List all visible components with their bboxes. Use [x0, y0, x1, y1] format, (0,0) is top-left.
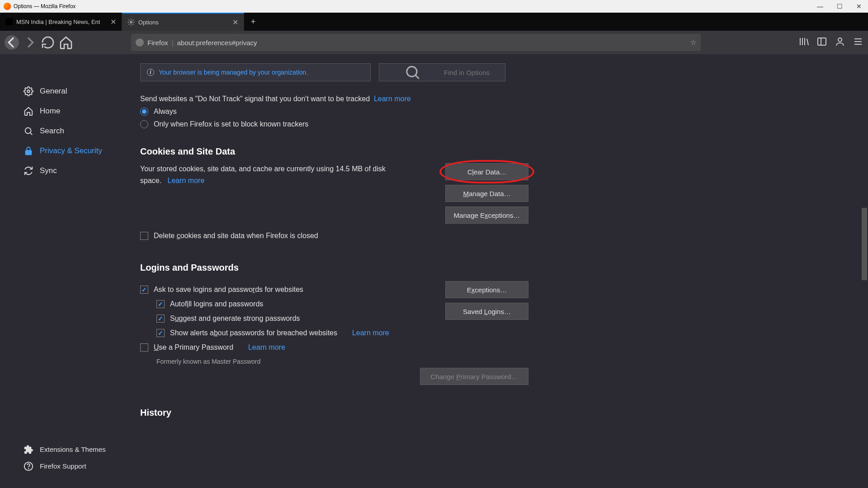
tab-msn[interactable]: MSN India | Breaking News, Ent ✕ [0, 13, 122, 31]
lock-icon [24, 146, 33, 156]
sidebar-label: Extensions & Themes [40, 446, 106, 453]
checkbox-label: Suggest and generate strong passwords [170, 314, 300, 323]
minimize-button[interactable]: — [814, 3, 826, 10]
checkbox-icon [140, 343, 148, 352]
checkbox-label: Use a Primary Password [154, 343, 233, 352]
dnt-description: Send websites a "Do Not Track" signal th… [140, 95, 850, 103]
home-icon [24, 106, 33, 116]
scrollbar-track[interactable] [861, 108, 868, 488]
primary-learn-more-link[interactable]: Learn more [248, 343, 285, 352]
close-tab-icon[interactable]: ✕ [232, 18, 238, 27]
manage-data-button[interactable]: Manage Data… [445, 185, 528, 202]
bookmark-star-icon[interactable]: ☆ [690, 38, 696, 47]
home-button[interactable] [59, 35, 73, 50]
sidebar-item-privacy[interactable]: Privacy & Security [0, 141, 136, 161]
sidebar-label: Privacy & Security [40, 146, 102, 155]
breach-alerts-checkbox[interactable]: Show alerts about passwords for breached… [156, 329, 416, 337]
sidebar-item-sync[interactable]: Sync [0, 161, 136, 181]
reload-button[interactable] [41, 35, 55, 50]
delete-on-close-checkbox[interactable]: Delete cookies and site data when Firefo… [140, 232, 850, 240]
radio-label: Always [154, 108, 177, 116]
url-bar[interactable]: Firefox | about:preferences#privacy ☆ [131, 34, 701, 51]
svg-line-13 [416, 75, 419, 79]
breach-learn-more-link[interactable]: Learn more [352, 329, 389, 337]
checkbox-icon [140, 286, 148, 294]
managed-notice[interactable]: i Your browser is being managed by your … [140, 63, 371, 81]
autofill-checkbox[interactable]: Autofill logins and passwords [156, 300, 416, 308]
cookies-description: Your stored cookies, site data, and cach… [140, 163, 407, 186]
sidebar-item-extensions[interactable]: Extensions & Themes [0, 441, 136, 458]
dnt-learn-more-link[interactable]: Learn more [374, 95, 411, 103]
radio-icon [140, 108, 148, 116]
close-tab-icon[interactable]: ✕ [110, 18, 116, 26]
window-titlebar: Options — Mozilla Firefox — ☐ ✕ [0, 0, 868, 13]
find-in-options[interactable] [379, 63, 505, 81]
sidebar-item-general[interactable]: General [0, 81, 136, 101]
checkbox-label: Ask to save logins and passwords for web… [154, 286, 303, 294]
logins-exceptions-button[interactable]: Exceptions… [445, 281, 528, 298]
history-section-title: History [140, 408, 850, 418]
svg-point-11 [28, 468, 29, 469]
saved-logins-button[interactable]: Saved Logins… [445, 303, 528, 320]
menu-icon[interactable] [853, 36, 863, 49]
gear-icon [24, 86, 33, 96]
primary-password-checkbox[interactable]: Use a Primary Password Learn more [140, 343, 416, 352]
back-button[interactable] [5, 35, 19, 50]
url-text: about:preferences#privacy [177, 39, 257, 47]
tab-options[interactable]: Options ✕ [122, 13, 244, 31]
sidebar-icon[interactable] [816, 36, 827, 49]
firefox-identity-icon [136, 38, 144, 47]
checkbox-icon [156, 329, 165, 337]
svg-point-8 [25, 128, 31, 134]
dnt-always-radio[interactable]: Always [140, 108, 850, 116]
maximize-button[interactable]: ☐ [834, 3, 845, 10]
svg-point-7 [27, 90, 30, 93]
svg-rect-1 [818, 38, 826, 45]
radio-icon [140, 120, 148, 128]
checkbox-icon [156, 314, 165, 323]
scrollbar-thumb[interactable] [862, 208, 867, 280]
checkbox-label: Show alerts about passwords for breached… [170, 329, 337, 337]
radio-label: Only when Firefox is set to block known … [154, 120, 308, 128]
checkbox-icon [156, 300, 165, 308]
info-icon: i [147, 69, 154, 76]
sidebar-item-home[interactable]: Home [0, 101, 136, 121]
ask-save-checkbox[interactable]: Ask to save logins and passwords for web… [140, 286, 416, 294]
managed-text: Your browser is being managed by your or… [159, 69, 308, 76]
former-master-note: Formerly known as Master Password [156, 358, 416, 365]
sidebar-label: Sync [40, 166, 57, 175]
close-window-button[interactable]: ✕ [854, 3, 864, 10]
sidebar-label: Search [40, 127, 64, 136]
cookies-learn-more-link[interactable]: Learn more [167, 177, 204, 184]
svg-point-12 [407, 66, 417, 76]
sidebar-label: General [40, 87, 67, 96]
window-title: Options — Mozilla Firefox [14, 3, 75, 9]
svg-point-0 [130, 21, 132, 23]
forward-button[interactable] [23, 35, 37, 50]
manage-exceptions-button[interactable]: Manage Exceptions… [445, 206, 528, 224]
sidebar-item-support[interactable]: Firefox Support [0, 458, 136, 474]
suggest-checkbox[interactable]: Suggest and generate strong passwords [156, 314, 416, 323]
sidebar-label: Home [40, 107, 60, 116]
preferences-content: i Your browser is being managed by your … [136, 54, 868, 488]
preferences-sidebar: General Home Search Privacy & Security S… [0, 54, 136, 488]
search-input[interactable] [444, 69, 500, 76]
tab-label: Options [138, 19, 226, 26]
clear-data-button[interactable]: Clear Data… [445, 163, 528, 180]
sidebar-label: Firefox Support [40, 462, 86, 470]
sidebar-item-search[interactable]: Search [0, 121, 136, 141]
new-tab-button[interactable]: + [244, 13, 262, 31]
library-icon[interactable] [798, 36, 809, 49]
svg-line-9 [30, 133, 32, 135]
puzzle-icon [24, 445, 33, 455]
account-icon[interactable] [835, 36, 845, 49]
cookies-section-title: Cookies and Site Data [140, 146, 850, 157]
checkbox-label: Autofill logins and passwords [170, 300, 263, 308]
logins-section-title: Logins and Passwords [140, 263, 850, 273]
gear-icon [127, 19, 135, 26]
change-primary-password-button: Change Primary Password… [420, 368, 528, 385]
dnt-onlyblock-radio[interactable]: Only when Firefox is set to block known … [140, 120, 850, 128]
msn-favicon [5, 18, 13, 25]
firefox-icon [4, 3, 11, 10]
checkbox-icon [140, 232, 148, 240]
